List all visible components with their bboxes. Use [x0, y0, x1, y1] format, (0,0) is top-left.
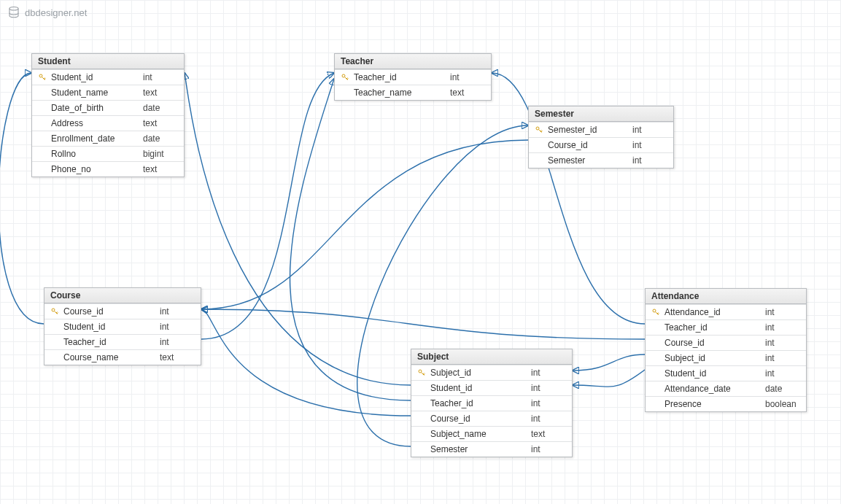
table-row[interactable]: Attendance_datedate: [646, 381, 806, 396]
table-row[interactable]: Date_of_birthdate: [32, 100, 184, 115]
table-row[interactable]: Teacher_idint: [411, 395, 572, 411]
svg-point-1: [39, 74, 42, 77]
table-subject[interactable]: SubjectSubject_idintStudent_idintTeacher…: [411, 349, 573, 457]
column-name: Student_id: [48, 72, 143, 82]
column-type: text: [450, 88, 487, 98]
column-type: int: [531, 368, 567, 378]
column-name: Student_name: [48, 88, 143, 98]
table-row[interactable]: Rollnobigint: [32, 146, 184, 161]
table-row[interactable]: Semesterint: [529, 152, 673, 168]
svg-point-0: [9, 7, 18, 11]
connector-attendance-student-to-student: [573, 370, 645, 387]
table-row[interactable]: Student_idint: [44, 319, 201, 334]
table-row[interactable]: Presenceboolean: [646, 396, 806, 411]
column-name: Enrollment_date: [48, 133, 143, 144]
column-type: boolean: [765, 399, 802, 409]
table-row[interactable]: Course_idint: [646, 335, 806, 350]
table-row[interactable]: Semesterint: [411, 441, 572, 457]
column-name: Phone_no: [48, 164, 143, 174]
svg-point-6: [653, 309, 656, 312]
table-header[interactable]: Attendance: [646, 289, 806, 304]
connector-semester-course-to-course: [201, 140, 528, 309]
connector-attendance-course-to-course: [201, 309, 645, 339]
table-row[interactable]: Student_nametext: [32, 85, 184, 100]
svg-point-4: [52, 309, 55, 311]
table-row[interactable]: Teacher_idint: [646, 319, 806, 335]
column-name: Teacher_id: [427, 398, 531, 408]
table-row[interactable]: Addresstext: [32, 115, 184, 131]
table-row[interactable]: Student_idint: [411, 380, 572, 395]
table-header[interactable]: Teacher: [335, 54, 491, 69]
table-row[interactable]: Course_nametext: [44, 349, 201, 365]
column-name: Course_id: [662, 338, 765, 348]
connector-attendance-subject-to-subject: [573, 354, 645, 371]
column-name: Subject_id: [662, 353, 765, 363]
column-name: Rollno: [48, 149, 143, 159]
table-row[interactable]: Subject_idint: [646, 350, 806, 365]
column-type: int: [160, 337, 196, 347]
column-type: date: [143, 133, 179, 144]
connector-course-teacher-to-teacher: [201, 73, 334, 339]
table-row[interactable]: Course_idint: [411, 411, 572, 426]
table-header[interactable]: Semester: [529, 106, 673, 122]
table-row[interactable]: Phone_notext: [32, 161, 184, 177]
column-type: text: [143, 164, 179, 174]
table-semester[interactable]: SemesterSemester_idintCourse_idintSemest…: [528, 106, 674, 168]
column-type: int: [632, 125, 669, 135]
column-name: Subject_name: [427, 429, 531, 439]
table-header[interactable]: Subject: [411, 349, 572, 365]
column-name: Student_id: [662, 368, 765, 379]
table-row[interactable]: Teacher_idint: [44, 334, 201, 349]
table-row[interactable]: Teacher_idint: [335, 69, 491, 85]
column-name: Semester: [545, 155, 632, 166]
table-header[interactable]: Student: [32, 54, 184, 69]
table-row[interactable]: Student_idint: [32, 69, 184, 85]
table-row[interactable]: Course_idint: [529, 137, 673, 152]
column-name: Teacher_id: [662, 322, 765, 333]
table-teacher[interactable]: TeacherTeacher_idintTeacher_nametext: [334, 53, 492, 101]
table-row[interactable]: Teacher_nametext: [335, 85, 491, 100]
table-row[interactable]: Attendance_idint: [646, 304, 806, 319]
svg-point-2: [342, 74, 345, 77]
connector-subject-course-to-course: [201, 309, 411, 416]
column-name: Subject_id: [427, 368, 531, 378]
column-type: int: [765, 353, 802, 363]
column-type: int: [531, 414, 567, 424]
table-header[interactable]: Course: [44, 288, 201, 303]
svg-point-5: [419, 370, 422, 373]
column-type: int: [765, 307, 802, 317]
column-name: Date_of_birth: [48, 103, 143, 113]
primary-key-icon: [36, 73, 48, 82]
column-name: Teacher_id: [351, 72, 450, 82]
column-type: int: [143, 72, 179, 82]
column-type: int: [765, 322, 802, 333]
column-type: int: [450, 72, 487, 82]
table-row[interactable]: Course_idint: [44, 303, 201, 319]
table-row[interactable]: Student_idint: [646, 365, 806, 381]
column-type: int: [160, 322, 196, 332]
primary-key-icon: [416, 368, 427, 377]
table-row[interactable]: Subject_idint: [411, 365, 572, 380]
table-attendance[interactable]: AttendanceAttendance_idintTeacher_idintC…: [645, 288, 807, 412]
column-name: Attendance_date: [662, 384, 765, 394]
column-type: date: [143, 103, 179, 113]
database-icon: [7, 6, 20, 19]
primary-key-icon: [339, 73, 351, 82]
connector-subject-student-to-student: [185, 73, 411, 385]
column-name: Course_id: [545, 140, 632, 150]
column-name: Course_id: [61, 306, 160, 317]
column-type: int: [765, 338, 802, 348]
table-course[interactable]: CourseCourse_idintStudent_idintTeacher_i…: [44, 287, 201, 365]
table-student[interactable]: StudentStudent_idintStudent_nametextDate…: [31, 53, 185, 177]
column-name: Presence: [662, 399, 765, 409]
table-row[interactable]: Enrollment_datedate: [32, 131, 184, 146]
table-row[interactable]: Semester_idint: [529, 122, 673, 137]
column-type: int: [531, 383, 567, 393]
erd-canvas[interactable]: dbdesigner.net StudentStudent_idintStude…: [0, 0, 841, 504]
column-name: Course_id: [427, 414, 531, 424]
table-row[interactable]: Subject_nametext: [411, 426, 572, 441]
column-name: Teacher_name: [351, 88, 450, 98]
column-name: Attendance_id: [662, 307, 765, 317]
column-name: Semester: [427, 444, 531, 454]
primary-key-icon: [533, 125, 545, 134]
